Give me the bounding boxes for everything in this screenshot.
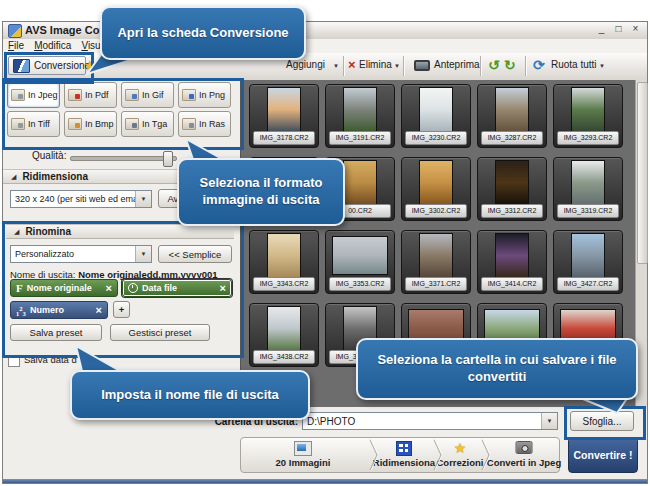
format-button-in-jpeg[interactable]: In Jpeg <box>7 82 60 108</box>
dropdown-caret-icon[interactable]: ▼ <box>541 413 557 429</box>
resize-preset-dropdown[interactable]: 320 x 240 (per siti web ed email) ▼ <box>10 190 152 208</box>
thumbnail-photo <box>344 88 376 131</box>
callout-rename: Imposta il nome file di uscita <box>70 370 310 420</box>
thumbnail-photo <box>496 234 528 277</box>
thumbnail-photo <box>572 234 604 277</box>
thumbnail-photo <box>572 88 604 131</box>
thumbnail-photo <box>268 234 300 277</box>
remove-tag-icon[interactable]: × <box>96 305 102 316</box>
thumbnail-filename: IMG_3371.CR2 <box>405 277 467 291</box>
save-date-checkbox[interactable] <box>8 355 20 367</box>
anteprima-button[interactable]: Anteprima <box>434 59 480 70</box>
format-button-in-gif[interactable]: In Gif <box>121 82 174 108</box>
format-button-in-pdf[interactable]: In Pdf <box>64 82 117 108</box>
menu-modifica[interactable]: Modifica <box>29 39 76 52</box>
callout-folder: Seleziona la cartella in cui salvare i f… <box>356 338 638 400</box>
scrollbar-thumb[interactable] <box>637 82 648 264</box>
thumbnail-img_3287-cr2[interactable]: IMG_3287.CR2 <box>477 84 547 148</box>
thumbnail-img_3230-cr2[interactable]: IMG_3230.CR2 <box>401 84 471 148</box>
section-rinomina[interactable]: ◢ Rinomina <box>6 224 234 239</box>
thumbnail-img_3438-cr2[interactable]: IMG_3438.CR2 <box>249 303 319 367</box>
thumbnail-filename: IMG_3319.CR2 <box>557 204 619 218</box>
output-folder-dropdown[interactable]: D:\PHOTO ▼ <box>302 412 558 430</box>
thumbnail-img_3178-cr2[interactable]: IMG_3178.CR2 <box>249 84 319 148</box>
thumbnail-img_3312-cr2[interactable]: IMG_3312.CR2 <box>477 157 547 221</box>
dropdown-caret-icon[interactable]: ▼ <box>135 246 151 262</box>
rename-mode-dropdown[interactable]: Personalizzato ▼ <box>10 245 152 263</box>
format-button-in-bmp[interactable]: In Bmp <box>64 111 117 137</box>
thumbnail-img_3343-cr2[interactable]: IMG_3343.CR2 <box>249 230 319 294</box>
thumbnail-filename: IMG_3312.CR2 <box>481 204 543 218</box>
thumbnail-img_3353-cr2[interactable]: IMG_3353.CR2 <box>325 230 395 294</box>
thumbnail-img_3319-cr2[interactable]: IMG_3319.CR2 <box>553 157 623 221</box>
format-button-in-tga[interactable]: In Tga <box>121 111 174 137</box>
thumbnail-img_3302-cr2[interactable]: IMG_3302.CR2 <box>401 157 471 221</box>
thumbnail-img_3293-cr2[interactable]: IMG_3293.CR2 <box>553 84 623 148</box>
tab-conversione[interactable]: Conversione <box>8 56 86 75</box>
step-converti-in-jpeg[interactable]: Converti in Jpeg <box>484 438 564 472</box>
collapse-triangle-icon: ◢ <box>14 228 19 236</box>
convert-button[interactable]: Convertire ! <box>568 437 638 473</box>
quality-label: Qualità: <box>32 150 66 161</box>
in-jpeg-icon <box>11 89 25 101</box>
aggiungi-button[interactable]: Aggiungi <box>286 59 325 70</box>
thumbnail-photo <box>333 237 387 274</box>
elimina-dropdown-icon[interactable]: ▼ <box>394 63 400 69</box>
thumbnail-filename: IMG_3438.CR2 <box>253 350 315 364</box>
collapse-triangle-icon: ◢ <box>11 173 16 181</box>
thumbnail-filename: IMG_3230.CR2 <box>405 131 467 145</box>
window-bottom-edge <box>3 479 647 483</box>
clock-icon <box>128 283 138 293</box>
close-button[interactable]: × <box>630 23 641 34</box>
dropdown-caret-icon[interactable]: ▼ <box>135 191 151 207</box>
elimina-button[interactable]: Elimina <box>359 59 392 70</box>
remove-tag-icon[interactable]: × <box>220 283 226 294</box>
thumbnail-img_3427-cr2[interactable]: IMG_3427.CR2 <box>553 230 623 294</box>
ruota-tutti-dropdown-icon[interactable]: ▼ <box>599 63 605 69</box>
in-pdf-icon <box>68 89 82 101</box>
letter-f-icon: F <box>16 282 23 294</box>
rename-tag-data-file[interactable]: Data file× <box>122 279 232 297</box>
add-tag-button[interactable]: + <box>113 301 130 318</box>
in-ras-icon <box>182 118 196 130</box>
thumbnail-img_3191-cr2[interactable]: IMG_3191.CR2 <box>325 84 395 148</box>
thumbnail-img_3414-cr2[interactable]: IMG_3414.CR2 <box>477 230 547 294</box>
step-20-immagini[interactable]: 20 Immagini <box>263 438 343 472</box>
thumbnail-img_3371-cr2[interactable]: IMG_3371.CR2 <box>401 230 471 294</box>
format-button-in-png[interactable]: In Png <box>178 82 231 108</box>
format-button-in-tiff[interactable]: In Tiff <box>7 111 60 137</box>
thumbnail-photo <box>268 88 300 131</box>
rotate-left-icon[interactable]: ↺ <box>488 57 500 73</box>
minimize-button[interactable]: _ <box>596 23 607 34</box>
in-gif-icon <box>125 89 139 101</box>
manage-preset-button[interactable]: Gestisci preset <box>110 324 210 341</box>
app-logo-icon <box>8 24 22 38</box>
ruota-tutti-button[interactable]: Ruota tutti <box>551 59 597 70</box>
rotate-right-icon[interactable]: ↻ <box>504 57 516 73</box>
screenshot-stage: AVS Image Converter _ □ × FileModificaVi… <box>0 0 650 486</box>
thumbnail-filename: IMG_3414.CR2 <box>481 277 543 291</box>
rename-tag-numero[interactable]: ₁²₃Numero× <box>10 301 108 319</box>
simple-mode-button[interactable]: << Semplice <box>158 245 232 263</box>
rotate-all-icon[interactable]: ⟳ <box>533 57 545 73</box>
rename-tag-nome-originale[interactable]: FNome originale× <box>10 279 118 297</box>
thumbnail-photo <box>268 307 300 350</box>
save-preset-button[interactable]: Salva preset <box>10 324 102 341</box>
in-bmp-icon <box>68 118 82 130</box>
step-chevron-icon <box>433 440 443 470</box>
quality-slider-thumb[interactable] <box>163 151 173 167</box>
thumbnail-filename: IMG_3191.CR2 <box>329 131 391 145</box>
remove-tag-icon[interactable]: × <box>106 283 112 294</box>
in-png-icon <box>182 89 196 101</box>
preview-monitor-icon <box>414 60 430 71</box>
workflow-steps-bar: 20 ImmaginiRidimensiona★CorrezioniConver… <box>240 437 560 473</box>
maximize-button[interactable]: □ <box>613 23 624 34</box>
step-chevron-icon <box>481 440 491 470</box>
delete-x-icon: × <box>348 57 356 72</box>
star-icon: ★ <box>454 441 467 455</box>
quality-slider[interactable] <box>70 156 177 161</box>
menu-file[interactable]: File <box>3 39 29 52</box>
aggiungi-dropdown-icon[interactable]: ▼ <box>333 63 339 69</box>
format-buttons-grid: In JpegIn PdfIn GifIn PngIn TiffIn BmpIn… <box>7 82 231 137</box>
thumbnail-photo <box>496 161 528 204</box>
